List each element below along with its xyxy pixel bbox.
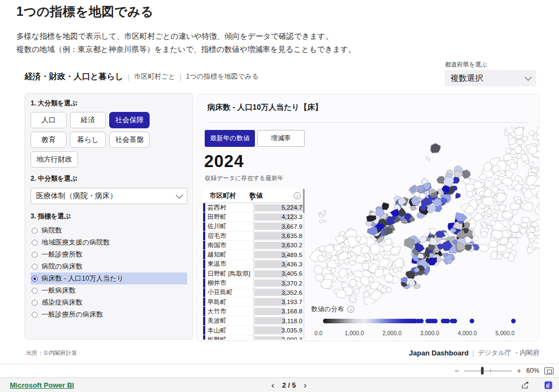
legend-tick-label: 3,000.0 (420, 330, 439, 336)
prefecture-dropdown[interactable]: 複数選択 (445, 70, 536, 86)
powerbi-icon[interactable] (544, 381, 552, 389)
column-value[interactable]: 数値▼ (249, 191, 263, 200)
municipality-name: 田野町 (205, 212, 253, 221)
tab-change-rate[interactable]: 増減率 (257, 130, 305, 147)
category-button[interactable]: 地方行財政 (31, 151, 78, 168)
subcategory-section-label: 2. 中分類を選ぶ (31, 174, 187, 183)
info-icon[interactable]: i (294, 192, 301, 199)
zoom-in-button[interactable]: + (517, 367, 521, 375)
radio-label: 一般診療所数 (41, 250, 82, 259)
table-row[interactable]: 南国市3,630.2 (203, 241, 305, 250)
legend-tick-label: 0.0 (314, 330, 323, 336)
next-page-icon[interactable]: › (304, 381, 307, 390)
municipality-name: 日野町 [鳥取県] (205, 269, 253, 278)
value-cell: 3,370.2 (253, 278, 305, 287)
category-button[interactable]: 教育 (31, 132, 67, 148)
value-data-bar (254, 317, 285, 324)
indicator-radio-option[interactable]: 一般診療所の病床数 (31, 308, 187, 320)
breadcrumb-item-granularity: 市区町村ごと (134, 72, 175, 81)
previous-page-icon[interactable]: ‹ (271, 381, 275, 390)
fit-to-page-icon[interactable] (544, 367, 554, 375)
value-data-bar (254, 298, 286, 305)
table-row[interactable]: 芸西村5,224.7 (203, 203, 305, 212)
table-header[interactable]: 市区町村 数値▼ i (203, 189, 305, 203)
value-number: 4,123.3 (282, 213, 302, 220)
table-row[interactable]: 早島町3,193.7 (203, 298, 305, 307)
choropleth-map[interactable] (306, 127, 539, 305)
category-button[interactable]: 社会保障 (109, 112, 150, 128)
table-row[interactable]: 美波町3,118.0 (203, 317, 305, 326)
value-number: 3,118.0 (282, 318, 302, 324)
indicator-radio-option[interactable]: 地域医療支援の病院数 (31, 236, 187, 248)
category-button[interactable]: 社会基盤 (109, 132, 150, 148)
value-cell: 5,224.7 (253, 203, 305, 212)
table-row[interactable]: 本山町3,035.9 (203, 326, 305, 335)
breadcrumb-separator: | (180, 73, 181, 81)
value-data-bar (254, 336, 283, 340)
tab-latest-value[interactable]: 最新年の数値 (205, 130, 255, 147)
table-row[interactable]: 大竹市3,168.8 (203, 307, 305, 316)
share-icon[interactable] (521, 381, 530, 389)
municipality-name: 南国市 (205, 241, 253, 250)
table-row[interactable]: 小豆島町3,352.6 (203, 288, 305, 298)
value-cell: 3,193.7 (253, 298, 305, 306)
category-section-label: 1. 大分類を選ぶ (31, 99, 187, 108)
municipality-name: 板野町 (205, 335, 253, 340)
radio-icon (32, 288, 38, 294)
indicator-radio-option[interactable]: 一般病床数 (31, 284, 187, 296)
indicator-radio-option[interactable]: 病院数 (31, 224, 187, 236)
indicator-radio-option[interactable]: 感染症病床数 (31, 296, 187, 308)
municipality-name: 美波町 (205, 317, 253, 325)
chevron-down-icon (176, 192, 183, 199)
page-description-line2: 複数の地域（例：東京都と神奈川県等）をまたいで、指標の数値や増減率を見ることもで… (16, 45, 356, 55)
value-cell: 3,489.5 (253, 250, 305, 259)
indicator-radio-option[interactable]: 病床数 - 人口10万人当たり (31, 272, 187, 284)
radio-icon (32, 300, 38, 306)
value-number: 3,405.6 (282, 270, 302, 277)
legend-tick-label: 1,000.0 (344, 330, 364, 336)
table-row[interactable]: 佐川町3,667.9 (203, 222, 305, 231)
table-row[interactable]: 田野町4,123.3 (203, 212, 305, 222)
table-row[interactable]: 宿毛市3,635.8 (203, 231, 305, 241)
value-number: 3,352.6 (282, 289, 302, 296)
radio-icon (32, 276, 38, 282)
category-button[interactable]: 経済 (70, 112, 106, 128)
latest-year-value: 2024 (204, 152, 244, 171)
table-row[interactable]: 東温市3,436.3 (203, 260, 305, 269)
value-cell: 3,118.0 (253, 317, 305, 325)
footer-brand: Japan Dashboard | デジタル庁 ・内閣府 (409, 348, 539, 358)
slider-handle[interactable] (481, 367, 484, 375)
table-row[interactable]: 日野町 [鳥取県]3,405.6 (203, 269, 305, 278)
zoom-out-button[interactable]: − (455, 367, 459, 375)
subcategory-dropdown[interactable]: 医療体制（病院・病床） (31, 188, 187, 204)
indicator-radio-option[interactable]: 病院の病床数 (31, 260, 187, 272)
legend-label-row: 数値の分布 i (311, 305, 354, 314)
page-indicator: 2 / 5 (282, 381, 296, 389)
municipality-name: 宿毛市 (205, 231, 253, 240)
indicator-radio-option[interactable]: 一般診療所数 (31, 248, 187, 260)
value-number: 3,193.7 (282, 299, 302, 305)
category-button[interactable]: 人口 (31, 112, 67, 128)
scrollbar-thumb[interactable] (303, 189, 305, 213)
info-icon[interactable]: i (347, 306, 354, 313)
municipality-table: 市区町村 数値▼ i 芸西村5,224.7田野町4,123.3佐川町3,667.… (203, 189, 305, 340)
brand-separator: | (472, 349, 474, 357)
status-bar: Microsoft Power BI ‹ 2 / 5 › (0, 377, 559, 392)
radio-label: 一般病床数 (41, 286, 76, 295)
table-row[interactable]: 越知町3,489.5 (203, 250, 305, 259)
powerbi-link[interactable]: Microsoft Power BI (10, 381, 74, 389)
value-number: 3,370.2 (282, 280, 302, 287)
value-cell: 3,352.6 (253, 288, 305, 297)
zoom-slider[interactable] (464, 367, 512, 375)
radio-label: 地域医療支援の病院数 (41, 238, 110, 247)
status-bar-icons (521, 381, 552, 389)
source-note: 出所：①内閣府計算 (26, 349, 77, 357)
radio-icon (32, 228, 38, 234)
value-number: 3,168.8 (282, 308, 302, 314)
radio-label: 病院数 (41, 226, 62, 235)
table-scrollbar[interactable] (303, 189, 305, 340)
category-button[interactable]: 暮らし (70, 132, 106, 148)
value-cell: 3,667.9 (253, 222, 305, 231)
table-row[interactable]: 柳井市3,370.2 (203, 278, 305, 288)
table-row[interactable]: 板野町2,990.3 (203, 335, 305, 340)
